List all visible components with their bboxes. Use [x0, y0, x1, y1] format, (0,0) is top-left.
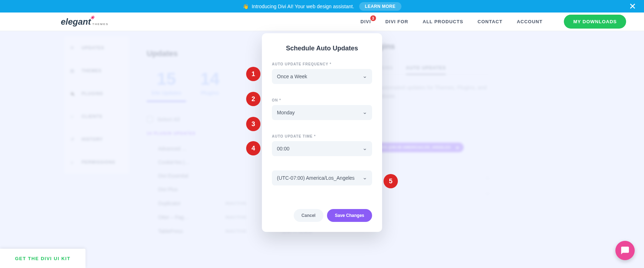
logo-subtext: THEMES [92, 23, 108, 26]
time-select[interactable]: 00:00 [272, 141, 372, 156]
wave-icon: 👋 [243, 4, 249, 9]
marker-3: 3 [246, 117, 260, 131]
main-nav: DIVI3 DIVI FOR ALL PRODUCTS CONTACT ACCO… [361, 15, 626, 29]
frequency-label: AUTO UPDATE FREQUENCY * [272, 62, 372, 66]
time-label: AUTO UPDATE TIME * [272, 134, 372, 138]
modal-title: Schedule Auto Updates [272, 45, 372, 52]
save-changes-button[interactable]: Save Changes [327, 209, 372, 222]
my-downloads-button[interactable]: MY DOWNLOADS [564, 15, 626, 29]
learn-more-button[interactable]: LEARN MORE [359, 2, 401, 11]
marker-4: 4 [246, 141, 260, 155]
main-content: ⟳UPDATES ▤THEMES 🔌PLUGINS ☺CLIENTS ↺HIST… [0, 31, 644, 268]
close-icon[interactable]: ✕ [629, 1, 636, 11]
logo-text: elegant✳ [61, 17, 91, 27]
chat-icon [620, 246, 630, 255]
announcement-text: Introducing Divi AI! Your web design ass… [252, 4, 354, 9]
bottom-cta-label: GET THE DIVI UI KIT [15, 256, 70, 261]
day-select[interactable]: Monday [272, 105, 372, 120]
marker-1: 1 [246, 67, 260, 81]
chat-bubble[interactable] [615, 241, 635, 260]
marker-5: 5 [384, 174, 398, 188]
timezone-select[interactable]: (UTC-07:00) America/Los_Angeles [272, 170, 372, 185]
nav-products[interactable]: ALL PRODUCTS [423, 19, 463, 24]
marker-2: 2 [246, 92, 260, 106]
header: elegant✳ THEMES DIVI3 DIVI FOR ALL PRODU… [0, 13, 644, 31]
on-label: ON * [272, 98, 372, 102]
cancel-button[interactable]: Cancel [294, 209, 323, 222]
announcement-bar: 👋 Introducing Divi AI! Your web design a… [0, 0, 644, 13]
logo[interactable]: elegant✳ THEMES [61, 17, 108, 27]
frequency-select[interactable]: Once a Week [272, 69, 372, 84]
nav-divi-for[interactable]: DIVI FOR [385, 19, 408, 24]
nav-badge: 3 [370, 15, 376, 21]
nav-divi[interactable]: DIVI3 [361, 19, 371, 24]
nav-contact[interactable]: CONTACT [478, 19, 503, 24]
bottom-cta[interactable]: GET THE DIVI UI KIT [0, 249, 86, 268]
nav-account[interactable]: ACCOUNT [517, 19, 542, 24]
modal-overlay: Schedule Auto Updates AUTO UPDATE FREQUE… [0, 31, 644, 268]
schedule-modal: Schedule Auto Updates AUTO UPDATE FREQUE… [262, 33, 382, 232]
